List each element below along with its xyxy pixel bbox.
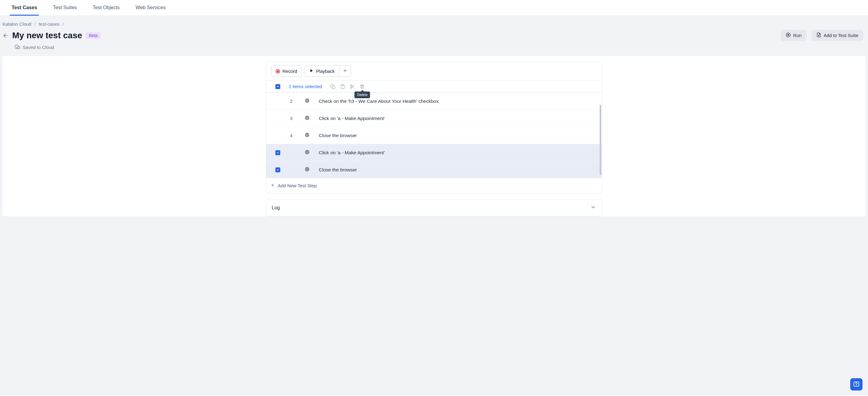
add-step-label: Add New Test Step bbox=[278, 183, 317, 188]
help-icon bbox=[853, 381, 860, 388]
svg-point-27 bbox=[307, 169, 307, 169]
add-step-button[interactable]: Add New Test Step bbox=[266, 178, 602, 193]
step-checkbox[interactable] bbox=[275, 150, 280, 155]
run-button[interactable]: Run bbox=[781, 30, 807, 41]
scrollbar-thumb[interactable] bbox=[600, 105, 601, 175]
playback-button[interactable]: Playback bbox=[305, 65, 339, 77]
paste-icon[interactable] bbox=[340, 84, 345, 89]
playback-label: Playback bbox=[316, 68, 335, 74]
target-icon bbox=[305, 150, 310, 155]
step-checkbox[interactable] bbox=[275, 167, 280, 172]
chevron-down-icon[interactable] bbox=[590, 204, 596, 211]
chevron-down-icon bbox=[343, 68, 347, 74]
play-circle-icon bbox=[786, 32, 791, 38]
target-icon bbox=[305, 115, 310, 121]
svg-marker-2 bbox=[788, 34, 789, 35]
target-icon bbox=[305, 98, 310, 104]
log-panel[interactable]: Log bbox=[266, 199, 602, 216]
add-to-suite-button[interactable]: Add to Test Suite bbox=[811, 30, 863, 41]
play-icon bbox=[309, 68, 314, 74]
breadcrumb: Katalon Cloud / test-cases / bbox=[2, 22, 866, 27]
step-row[interactable]: Close the browser bbox=[266, 161, 602, 178]
record-label: Record bbox=[282, 68, 297, 74]
editor-panel: Record Playback bbox=[266, 61, 602, 193]
record-button[interactable]: Record bbox=[271, 65, 302, 77]
tab-test-suites[interactable]: Test Suites bbox=[51, 0, 79, 16]
step-row[interactable]: 2 Check on the 'h3 - We Care About Your … bbox=[266, 92, 602, 110]
help-fab[interactable] bbox=[850, 378, 863, 391]
tab-test-cases[interactable]: Test Cases bbox=[10, 0, 39, 16]
copy-icon[interactable] bbox=[331, 84, 335, 89]
breadcrumb-item[interactable]: Katalon Cloud bbox=[2, 22, 31, 27]
top-tabs: Test Cases Test Suites Test Objects Web … bbox=[0, 0, 868, 16]
tab-test-objects[interactable]: Test Objects bbox=[91, 0, 122, 16]
step-description: Click on 'a - Make Appointment' bbox=[319, 116, 385, 121]
step-row[interactable]: 4 Close the browser bbox=[266, 127, 602, 144]
selection-count: 2 items selected bbox=[289, 84, 322, 89]
step-row[interactable]: 3 Click on 'a - Make Appointment' bbox=[266, 110, 602, 127]
saved-status: Saved to Cloud bbox=[2, 44, 866, 51]
back-arrow-icon[interactable] bbox=[2, 32, 8, 38]
step-description: Close the browser bbox=[319, 133, 357, 138]
cut-icon[interactable] bbox=[350, 84, 355, 89]
step-description: Check on the 'h3 - We Care About Your He… bbox=[319, 98, 439, 104]
svg-point-24 bbox=[307, 152, 307, 152]
plus-icon bbox=[271, 183, 275, 188]
record-icon bbox=[276, 69, 280, 74]
breadcrumb-sep: / bbox=[34, 22, 35, 27]
svg-point-21 bbox=[307, 135, 307, 135]
delete-icon[interactable]: Delete bbox=[360, 84, 365, 89]
target-icon bbox=[305, 167, 310, 173]
step-description: Close the browser bbox=[319, 167, 357, 173]
target-icon bbox=[305, 133, 310, 138]
step-number: 2 bbox=[286, 98, 292, 104]
breadcrumb-sep: / bbox=[63, 22, 64, 27]
step-description: Click on 'a - Make Appointment' bbox=[319, 150, 385, 155]
step-row[interactable]: Click on 'a - Make Appointment' bbox=[266, 144, 602, 161]
beta-badge: Beta bbox=[86, 32, 101, 39]
step-number: 4 bbox=[286, 133, 292, 138]
playback-dropdown-button[interactable] bbox=[339, 65, 351, 77]
run-button-label: Run bbox=[793, 33, 802, 38]
delete-tooltip: Delete bbox=[354, 91, 370, 98]
svg-line-12 bbox=[352, 86, 353, 87]
svg-marker-5 bbox=[311, 69, 313, 72]
step-number: 3 bbox=[286, 116, 292, 121]
svg-rect-7 bbox=[342, 84, 344, 85]
steps-list: 2 Check on the 'h3 - We Care About Your … bbox=[266, 92, 602, 178]
breadcrumb-item[interactable]: test-cases bbox=[38, 22, 59, 27]
svg-rect-6 bbox=[332, 86, 335, 89]
cloud-check-icon bbox=[15, 44, 20, 51]
page-title: My new test case bbox=[12, 31, 82, 40]
svg-line-11 bbox=[353, 87, 354, 88]
log-title: Log bbox=[272, 205, 280, 210]
add-to-suite-label: Add to Test Suite bbox=[824, 33, 858, 38]
file-plus-icon bbox=[816, 32, 821, 38]
svg-point-18 bbox=[307, 117, 307, 118]
saved-status-text: Saved to Cloud bbox=[23, 45, 54, 50]
tab-web-services[interactable]: Web Services bbox=[134, 0, 167, 16]
select-all-checkbox[interactable] bbox=[275, 84, 280, 89]
